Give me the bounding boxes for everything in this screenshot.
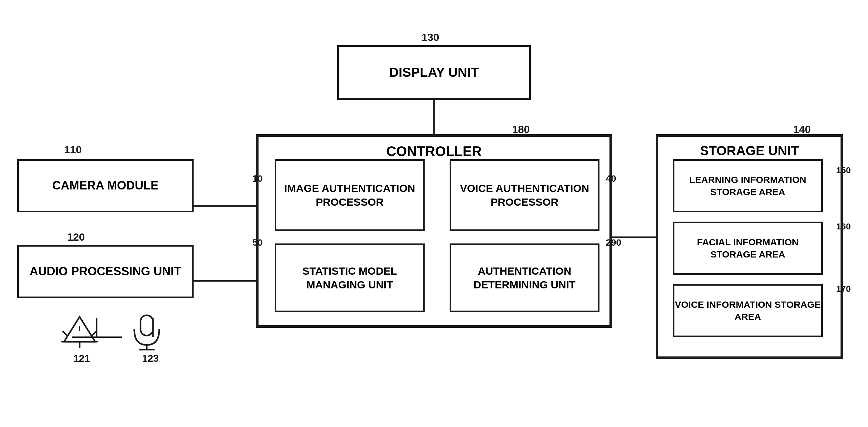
- lamp-icon: [61, 314, 98, 351]
- svg-line-10: [62, 331, 67, 335]
- statistic-box: STATISTIC MODEL MANAGING UNIT: [275, 243, 425, 312]
- learning-storage-label: 150: [836, 165, 851, 175]
- audio-processing-box: AUDIO PROCESSING UNIT: [17, 245, 194, 298]
- lamp-label: 121: [73, 353, 90, 364]
- facial-storage-label: 160: [836, 222, 851, 232]
- diagram-container: 130 DISPLAY UNIT 110 CAMERA MODULE 120 A…: [0, 0, 868, 427]
- voice-storage-label: 170: [836, 284, 851, 294]
- voice-auth-box: VOICE AUTHENTICATION PROCESSOR: [450, 159, 599, 231]
- controller-sub-right-top: 40: [606, 173, 616, 184]
- camera-module-label: 110: [64, 143, 82, 156]
- svg-rect-15: [141, 315, 153, 335]
- camera-module-box: CAMERA MODULE: [17, 159, 194, 212]
- auth-det-box: AUTHENTICATION DETERMINING UNIT: [450, 243, 599, 312]
- learning-storage-box: LEARNING INFORMATION STORAGE AREA: [673, 159, 823, 212]
- controller-label: 180: [512, 123, 530, 135]
- facial-storage-box: FACIAL INFORMATION STORAGE AREA: [673, 222, 823, 275]
- mic-label: 123: [142, 353, 159, 364]
- controller-sub-left-bottom: 50: [252, 237, 262, 248]
- display-unit-box: DISPLAY UNIT: [337, 45, 531, 100]
- mic-icon: [131, 314, 162, 351]
- image-auth-box: IMAGE AUTHENTICATION PROCESSOR: [275, 159, 425, 231]
- svg-line-12: [92, 331, 97, 335]
- controller-sub-left-top: 10: [252, 173, 262, 184]
- storage-unit-label: 140: [793, 123, 811, 135]
- display-unit-label: 130: [422, 31, 439, 43]
- controller-sub-right-bottom: 290: [606, 237, 621, 248]
- audio-processing-label: 120: [67, 231, 85, 243]
- voice-storage-box: VOICE INFORMATION STORAGE AREA: [673, 284, 823, 337]
